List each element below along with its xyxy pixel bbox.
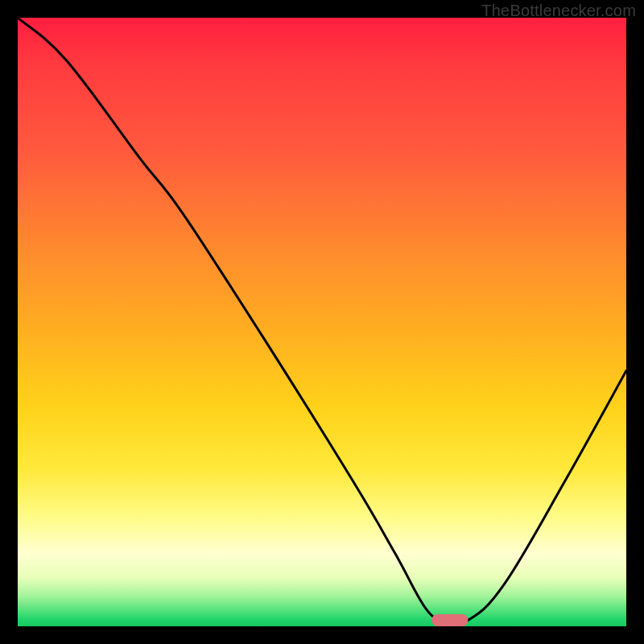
plot-area <box>18 18 626 626</box>
chart-overlay <box>18 18 626 626</box>
bottleneck-curve <box>18 18 626 624</box>
optimal-point-marker <box>431 614 468 626</box>
chart-frame: TheBottlenecker.com <box>0 0 644 644</box>
